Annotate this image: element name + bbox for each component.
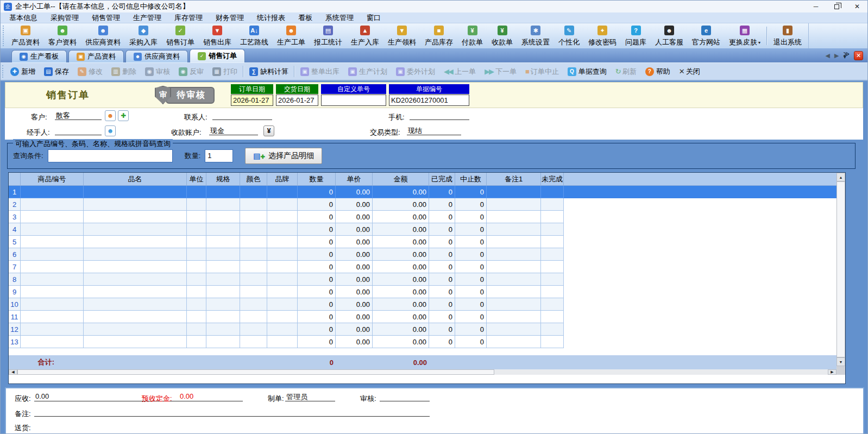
cell-未完成[interactable] [541,248,564,261]
cell-单位[interactable] [187,286,206,298]
menu-item-kanban[interactable]: 看板 [292,12,319,23]
cell-单价[interactable]: 0.00 [336,211,373,223]
cell-单位[interactable] [187,336,206,348]
cell-单位[interactable] [187,261,206,273]
cell-金额[interactable]: 0.00 [373,286,429,298]
select-product-button[interactable]: ▤✚ 选择产品明细 [245,148,322,164]
cell-品牌[interactable] [267,248,298,261]
cell-备注1[interactable] [487,198,541,211]
account-field[interactable]: 现金 [209,126,258,135]
toolbar-button-work-report-stats[interactable]: ▤ 报工统计 [310,23,347,48]
cell-金额[interactable]: 0.00 [373,186,429,198]
table-row[interactable]: 200.000.0000 [9,198,836,211]
cell-商品编号[interactable] [21,186,84,198]
cell-已完成[interactable]: 0 [429,323,455,336]
doc-field-order-date-value[interactable]: 2026-01-27 [231,95,273,106]
trade-type-field[interactable]: 现结 [407,126,461,135]
close-window-button[interactable]: ✕ [847,1,867,12]
cell-单价[interactable]: 0.00 [336,323,373,336]
cell-商品编号[interactable] [21,323,84,336]
cell-商品编号[interactable] [21,286,84,298]
toolbar-button-system-settings[interactable]: ✱ 系统设置 [517,23,554,48]
tab-scroll-right-icon[interactable]: ▶ [834,52,839,59]
cell-未完成[interactable] [541,261,564,273]
horizontal-scrollbar[interactable]: ◀ ▶ [9,369,836,375]
cell-规格[interactable] [206,198,240,211]
cell-颜色[interactable] [240,186,267,198]
cell-数量[interactable]: 0 [298,273,336,286]
cell-中止数[interactable]: 0 [455,273,487,286]
action-button-save[interactable]: ▤ 保存 [40,63,73,80]
action-button-doc-query[interactable]: Q 单据查询 [563,63,611,80]
table-row[interactable]: 300.000.0000 [9,211,836,223]
action-button-add[interactable]: ✚ 新增 [6,63,40,80]
cell-规格[interactable] [206,211,240,223]
toolbar-button-change-password[interactable]: ✦ 修改密码 [584,23,621,48]
cell-未完成[interactable] [541,273,564,286]
cell-未完成[interactable] [541,298,564,311]
cell-备注1[interactable] [487,248,541,261]
tab-list-chevron-icon[interactable]: ≫▾ [843,53,850,58]
cell-数量[interactable]: 0 [298,311,336,323]
action-button-audit[interactable]: ◉ 审核 [141,63,174,80]
cell-规格[interactable] [206,273,240,286]
menu-item-inventory-mgmt[interactable]: 库存管理 [168,12,209,23]
action-button-outsource-plan[interactable]: ▣ 委外计划 [392,63,439,80]
cell-中止数[interactable]: 0 [455,323,487,336]
cell-中止数[interactable]: 0 [455,223,487,236]
cell-未完成[interactable] [541,223,564,236]
cell-未完成[interactable] [541,336,564,348]
action-button-help[interactable]: ? 帮助 [641,63,675,80]
cell-颜色[interactable] [240,211,267,223]
cell-未完成[interactable] [541,323,564,336]
doc-field-custom-no-value[interactable] [321,95,386,106]
cell-已完成[interactable]: 0 [429,211,455,223]
cell-规格[interactable] [206,336,240,348]
deposit-field[interactable]: 0.00 [179,392,243,401]
cell-品名[interactable] [84,223,187,236]
cell-品牌[interactable] [267,236,298,248]
cell-中止数[interactable]: 0 [455,311,487,323]
cell-已完成[interactable]: 0 [429,336,455,348]
toolbar-button-production-workorder[interactable]: ☻ 生产工单 [273,23,310,48]
cell-商品编号[interactable] [21,311,84,323]
cell-单位[interactable] [187,198,206,211]
cell-金额[interactable]: 0.00 [373,323,429,336]
cell-已完成[interactable]: 0 [429,298,455,311]
vertical-scroll-thumb[interactable] [836,181,845,357]
cell-金额[interactable]: 0.00 [373,336,429,348]
cell-品名[interactable] [84,236,187,248]
action-button-next-order[interactable]: ▶▶ 下一单 [480,63,521,80]
cell-单位[interactable] [187,211,206,223]
cell-中止数[interactable]: 0 [455,298,487,311]
cell-商品编号[interactable] [21,298,84,311]
cell-颜色[interactable] [240,236,267,248]
cell-数量[interactable]: 0 [298,223,336,236]
table-row[interactable]: 700.000.0000 [9,261,836,273]
cell-单价[interactable]: 0.00 [336,236,373,248]
table-row[interactable]: 600.000.0000 [9,248,836,261]
cell-数量[interactable]: 0 [298,286,336,298]
cell-备注1[interactable] [487,286,541,298]
cell-规格[interactable] [206,298,240,311]
toolbar-button-product-stock[interactable]: ■ 产品库存 [420,23,457,48]
cell-单价[interactable]: 0.00 [336,223,373,236]
cell-备注1[interactable] [487,323,541,336]
cell-未完成[interactable] [541,186,564,198]
cell-品牌[interactable] [267,261,298,273]
tab-scroll-left-icon[interactable]: ◀ [826,52,830,59]
cell-备注1[interactable] [487,186,541,198]
cell-备注1[interactable] [487,211,541,223]
scroll-right-icon[interactable]: ▶ [828,369,836,375]
toolbar-button-personalization[interactable]: ✎ 个性化 [554,23,584,48]
tab-production-kanban[interactable]: ◉ 生产看板 [11,50,67,62]
scroll-up-icon[interactable]: ▲ [836,173,845,181]
table-row[interactable]: 500.000.0000 [9,236,836,248]
cell-数量[interactable]: 0 [298,336,336,348]
cell-规格[interactable] [206,311,240,323]
cell-单价[interactable]: 0.00 [336,336,373,348]
cell-备注1[interactable] [487,336,541,348]
menu-item-sales-mgmt[interactable]: 销售管理 [85,12,127,23]
cell-金额[interactable]: 0.00 [373,298,429,311]
cell-品牌[interactable] [267,198,298,211]
